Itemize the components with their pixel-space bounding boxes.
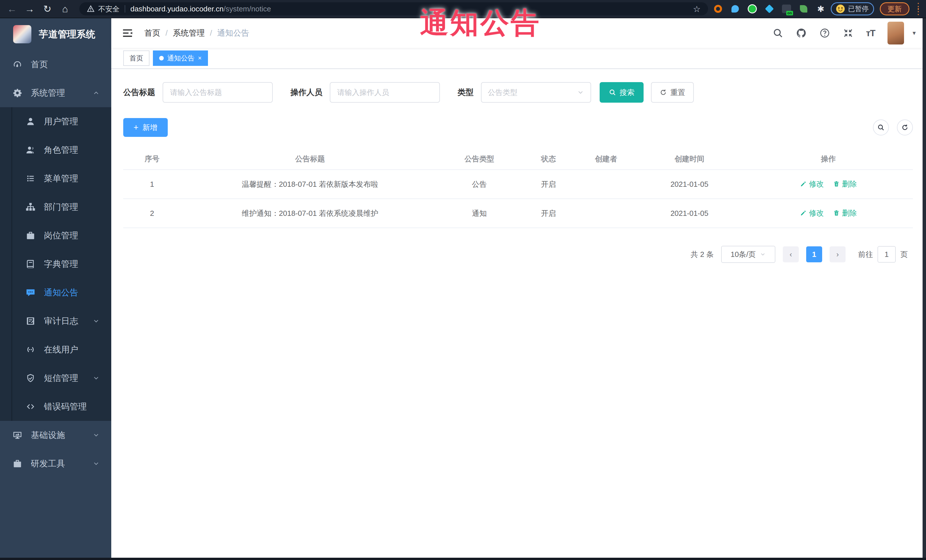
sidebar-item-sms[interactable]: 短信管理 (0, 364, 111, 392)
extension-drop-icon[interactable] (730, 4, 740, 14)
url-host[interactable]: dashboard.yudao.iocoder.cn (130, 5, 224, 14)
extension-switch-icon[interactable]: on (782, 4, 791, 14)
sidebar-item-user[interactable]: 用户管理 (0, 107, 111, 136)
row-actions: 修改删除 (744, 179, 913, 190)
profile-paused-badge[interactable]: 已暂停 (831, 2, 874, 15)
type-filter-label: 类型 (458, 87, 474, 98)
sidebar-item-dept[interactable]: 部门管理 (0, 193, 111, 221)
page-size-select[interactable]: 10条/页 (721, 246, 775, 263)
system-submenu: 用户管理角色管理菜单管理部门管理岗位管理字典管理通知公告审计日志在线用户短信管理… (0, 107, 111, 421)
online-icon (26, 345, 35, 355)
sidebar-item-dev-tools[interactable]: 研发工具 (0, 449, 111, 478)
magnifier-icon (877, 124, 885, 131)
sidebar-item-error-code[interactable]: 错误码管理 (0, 392, 111, 421)
sidebar-item-label: 系统管理 (31, 87, 92, 99)
tags-view-bar: 首页×通知公告× (111, 48, 926, 69)
breadcrumb-item: 通知公告 (217, 28, 249, 38)
sidebar-item-role[interactable]: 角色管理 (0, 136, 111, 164)
next-page-button[interactable]: › (829, 246, 846, 262)
search-icon[interactable] (773, 28, 783, 38)
goto-page-input[interactable] (878, 246, 896, 263)
sidebar-item-home[interactable]: 首页 (0, 50, 111, 79)
reload-icon[interactable]: ↻ (42, 3, 53, 15)
help-icon[interactable] (819, 28, 830, 38)
operator-filter-input[interactable] (330, 82, 440, 103)
refresh-icon (901, 124, 909, 131)
sidebar-item-infra[interactable]: 基础设施 (0, 421, 111, 449)
type-select-placeholder: 公告类型 (488, 88, 577, 98)
extensions-puzzle-icon[interactable]: ✱ (816, 4, 826, 14)
address-bar[interactable]: 不安全 dashboard.yudao.iocoder.cn /system/n… (79, 2, 708, 15)
trash-icon (833, 181, 840, 187)
column-header: 状态 (520, 154, 577, 164)
type-filter-select[interactable]: 公告类型 (481, 82, 591, 103)
menu-list-icon (26, 174, 35, 183)
extension-orange-icon[interactable] (713, 4, 723, 14)
app-logo (13, 25, 31, 43)
hamburger-icon[interactable] (121, 27, 133, 39)
font-size-icon[interactable]: тT (866, 28, 875, 38)
column-header: 公告类型 (439, 154, 519, 164)
sidebar-item-audit-log[interactable]: 审计日志 (0, 307, 111, 335)
github-icon[interactable] (796, 28, 807, 38)
edit-button[interactable]: 修改 (800, 179, 824, 189)
table-cell: 通知 (439, 208, 519, 219)
fullscreen-icon[interactable] (843, 28, 853, 38)
sidebar-item-post[interactable]: 岗位管理 (0, 221, 111, 250)
sidebar-item-label: 岗位管理 (44, 230, 100, 242)
sidebar-item-label: 菜单管理 (44, 173, 100, 184)
browser-menu-icon[interactable]: ⋮⋮ (914, 4, 920, 14)
gear-icon (12, 88, 22, 98)
extension-leaf-icon[interactable] (799, 4, 808, 14)
browser-update-button[interactable]: 更新 (880, 2, 909, 15)
url-path[interactable]: /system/notice (224, 5, 271, 14)
prev-page-button[interactable]: ‹ (783, 246, 799, 262)
delete-button[interactable]: 删除 (833, 208, 857, 218)
toggle-search-button[interactable] (873, 119, 889, 136)
annotation-overlay-label: 通知公告 (420, 4, 541, 42)
breadcrumb: 首页/系统管理/通知公告 (144, 28, 249, 38)
sidebar-item-menu[interactable]: 菜单管理 (0, 164, 111, 193)
tab-首页[interactable]: 首页× (123, 50, 150, 66)
avatar-caret-icon[interactable]: ▾ (912, 29, 916, 37)
chevron-down-icon (760, 251, 766, 258)
chevron-down-icon (92, 374, 100, 382)
sidebar-item-dict[interactable]: 字典管理 (0, 250, 111, 278)
add-button[interactable]: + 新增 (123, 118, 168, 137)
sidebar-item-online-user[interactable]: 在线用户 (0, 335, 111, 364)
paused-label: 已暂停 (848, 4, 869, 14)
user-avatar[interactable] (888, 22, 904, 44)
sidebar-item-system[interactable]: 系统管理 (0, 79, 111, 107)
profile-avatar-emoji (836, 5, 845, 13)
window-right-edge (923, 18, 926, 560)
sidebar-item-notice[interactable]: 通知公告 (0, 278, 111, 307)
edit-button[interactable]: 修改 (800, 208, 824, 218)
sidebar-header[interactable]: 芋道管理系统 (0, 18, 111, 50)
table-cell: 2021-01-05 (635, 180, 744, 189)
refresh-table-button[interactable] (897, 119, 913, 136)
sidebar-item-label: 角色管理 (44, 144, 100, 156)
tab-通知公告[interactable]: 通知公告× (153, 50, 208, 66)
operator-filter-label: 操作人员 (291, 87, 322, 98)
pagination-total: 共 2 条 (691, 249, 714, 260)
reset-button[interactable]: 重置 (651, 82, 694, 103)
chevron-down-icon (577, 89, 584, 96)
pencil-icon (800, 181, 807, 187)
back-icon[interactable]: ← (6, 3, 18, 15)
delete-button[interactable]: 删除 (833, 179, 857, 189)
forward-icon[interactable]: → (24, 3, 35, 15)
search-button[interactable]: 搜索 (600, 82, 644, 103)
title-filter-input[interactable] (163, 82, 273, 103)
extension-gem-icon[interactable] (764, 4, 774, 14)
not-secure-label[interactable]: 不安全 (98, 4, 120, 14)
dashboard-icon (12, 60, 22, 69)
sidebar-item-label: 部门管理 (44, 201, 100, 213)
home-icon[interactable]: ⌂ (59, 3, 71, 15)
bookmark-star-icon[interactable]: ☆ (693, 4, 701, 14)
breadcrumb-item[interactable]: 系统管理 (173, 28, 205, 38)
sidebar-item-label: 首页 (31, 59, 100, 71)
close-tab-icon[interactable]: × (198, 54, 202, 62)
breadcrumb-item[interactable]: 首页 (144, 28, 160, 38)
extension-green-icon[interactable] (747, 4, 757, 14)
current-page-button[interactable]: 1 (806, 246, 822, 262)
